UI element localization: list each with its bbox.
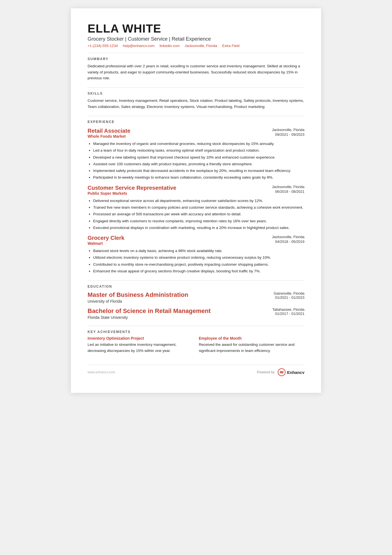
job-1-header: Retail Associate Whole Foods Market Jack… xyxy=(88,128,304,139)
job-2-company: Publix Super Markets xyxy=(88,191,176,196)
degree-1-school: University of Florida xyxy=(88,299,188,304)
achievements-section: KEY ACHIEVEMENTS Inventory Optimization … xyxy=(88,330,304,354)
bullet: Managed the inventory of organic and con… xyxy=(93,141,304,147)
degree-1-header: Master of Business Administration Univer… xyxy=(88,291,304,304)
skills-title: SKILLS xyxy=(88,92,304,95)
bullet: Developed a new labeling system that imp… xyxy=(93,154,304,161)
bullet: Assisted over 100 customers daily with p… xyxy=(93,161,304,167)
header: ELLA WHITE Grocery Stocker | Customer Se… xyxy=(88,22,304,48)
achievements-title: KEY ACHIEVEMENTS xyxy=(88,330,304,334)
degree-1-location: Gainesville, Florida xyxy=(260,291,304,295)
experience-title: EXPERIENCE xyxy=(88,120,304,124)
job-1-title: Retail Associate xyxy=(88,128,130,134)
achievement-1-title: Inventory Optimization Project xyxy=(88,336,193,341)
achievement-2-title: Employee of the Month xyxy=(199,336,304,341)
contact-linkedin[interactable]: linkedin.com xyxy=(160,44,180,48)
degree-2-school: Florida State University xyxy=(88,315,211,320)
svg-point-0 xyxy=(278,369,285,376)
job-2-title: Customer Service Representative xyxy=(88,185,176,191)
job-2-right: Jacksonville, Florida 06/2019 - 08/2021 xyxy=(260,185,304,194)
job-3-right: Jacksonville, Florida 04/2018 - 05/2019 xyxy=(260,235,304,244)
resume-page: ELLA WHITE Grocery Stocker | Customer Se… xyxy=(71,8,321,393)
bullet: Implemented safety protocols that decrea… xyxy=(93,168,304,174)
enhancv-logo: Enhancv xyxy=(278,368,304,376)
job-1-location: Jacksonville, Florida xyxy=(260,128,304,132)
bullet: Participated in bi-weekly meetings to en… xyxy=(93,174,304,181)
contact-bar: +1-(234)-555-1234 help@enhancv.com linke… xyxy=(88,44,304,48)
job-1-company: Whole Foods Market xyxy=(88,134,130,139)
bullet: Led a team of four in daily restocking t… xyxy=(93,147,304,154)
job-3-left: Grocery Clerk Walmart xyxy=(88,235,124,246)
enhancv-logo-icon xyxy=(278,368,286,376)
degree-1-dates: 01/2021 - 01/2023 xyxy=(260,295,304,300)
job-2-dates: 06/2019 - 08/2021 xyxy=(260,189,304,194)
achievement-2: Employee of the Month Received the award… xyxy=(199,336,304,354)
achievements-grid: Inventory Optimization Project Led an in… xyxy=(88,336,304,354)
candidate-name: ELLA WHITE xyxy=(88,22,304,35)
skills-section: SKILLS Customer service, Inventory manag… xyxy=(88,92,304,110)
enhancv-brand-name: Enhancv xyxy=(287,370,304,375)
job-2-left: Customer Service Representative Publix S… xyxy=(88,185,176,196)
bullet: Balanced stock levels on a daily basis, … xyxy=(93,248,304,254)
job-2-bullets: Delivered exceptional service across all… xyxy=(88,198,304,231)
page-footer: www.enhancv.com Powered by Enhancv xyxy=(88,365,304,376)
bullet: Trained five new team members in company… xyxy=(93,204,304,211)
bullet: Contributed to a monthly store re-mercha… xyxy=(93,262,304,268)
contact-email[interactable]: help@enhancv.com xyxy=(123,44,155,48)
contact-location: Jacksonville, Florida xyxy=(185,44,217,48)
header-divider xyxy=(88,53,304,53)
degree-2-header: Bachelor of Science in Retail Management… xyxy=(88,307,304,320)
bullet: Executed promotional displays in coordin… xyxy=(93,225,304,231)
bullet: Delivered exceptional service across all… xyxy=(93,198,304,204)
footer-brand: Powered by Enhancv xyxy=(257,368,304,376)
job-2-location: Jacksonville, Florida xyxy=(260,185,304,189)
footer-website: www.enhancv.com xyxy=(88,370,115,374)
degree-1-name: Master of Business Administration xyxy=(88,291,188,299)
job-2-header: Customer Service Representative Publix S… xyxy=(88,185,304,196)
job-1-dates: 09/2021 - 09/2023 xyxy=(260,132,304,137)
summary-text: Dedicated professional with over 2 years… xyxy=(88,63,304,81)
skills-text: Customer service, Inventory management, … xyxy=(88,98,304,110)
achievement-2-desc: Received the award for outstanding custo… xyxy=(199,342,304,354)
degree-2-right: Tallahassee, Florida 01/2017 - 01/2021 xyxy=(260,307,304,316)
bullet: Utilized electronic inventory systems to… xyxy=(93,255,304,261)
bullet: Processed an average of 500 transactions… xyxy=(93,211,304,217)
summary-section: SUMMARY Dedicated professional with over… xyxy=(88,57,304,81)
contact-extra: Extra Field xyxy=(222,44,239,48)
candidate-title: Grocery Stocker | Customer Service | Ret… xyxy=(88,36,304,42)
education-title: EDUCATION xyxy=(88,285,304,288)
degree-1-right: Gainesville, Florida 01/2021 - 01/2023 xyxy=(260,291,304,300)
achievement-1: Inventory Optimization Project Led an in… xyxy=(88,336,193,354)
job-1-left: Retail Associate Whole Foods Market xyxy=(88,128,130,139)
bullet: Enhanced the visual appeal of grocery se… xyxy=(93,268,304,274)
job-3-location: Jacksonville, Florida xyxy=(260,235,304,239)
powered-by-label: Powered by xyxy=(257,370,274,374)
degree-2-dates: 01/2017 - 01/2021 xyxy=(260,312,304,316)
education-section: EDUCATION Master of Business Administrat… xyxy=(88,285,304,320)
job-3-header: Grocery Clerk Walmart Jacksonville, Flor… xyxy=(88,235,304,246)
achievements-divider xyxy=(88,326,304,326)
achievement-1-desc: Led an initiative to streamline inventor… xyxy=(88,342,193,354)
job-1-bullets: Managed the inventory of organic and con… xyxy=(88,141,304,181)
job-3-bullets: Balanced stock levels on a daily basis, … xyxy=(88,248,304,274)
summary-title: SUMMARY xyxy=(88,57,304,61)
degree-2-name: Bachelor of Science in Retail Management xyxy=(88,307,211,315)
degree-2-location: Tallahassee, Florida xyxy=(260,307,304,312)
bullet: Engaged directly with customers to resol… xyxy=(93,218,304,224)
job-3-title: Grocery Clerk xyxy=(88,235,124,241)
experience-section: EXPERIENCE Retail Associate Whole Foods … xyxy=(88,120,304,274)
job-1-right: Jacksonville, Florida 09/2021 - 09/2023 xyxy=(260,128,304,137)
skills-divider xyxy=(88,87,304,88)
job-3-dates: 04/2018 - 05/2019 xyxy=(260,240,304,244)
degree-1-left: Master of Business Administration Univer… xyxy=(88,291,188,304)
job-3-company: Walmart xyxy=(88,241,124,246)
experience-divider xyxy=(88,116,304,116)
education-divider xyxy=(88,280,304,281)
contact-phone[interactable]: +1-(234)-555-1234 xyxy=(88,44,118,48)
degree-2-left: Bachelor of Science in Retail Management… xyxy=(88,307,211,320)
